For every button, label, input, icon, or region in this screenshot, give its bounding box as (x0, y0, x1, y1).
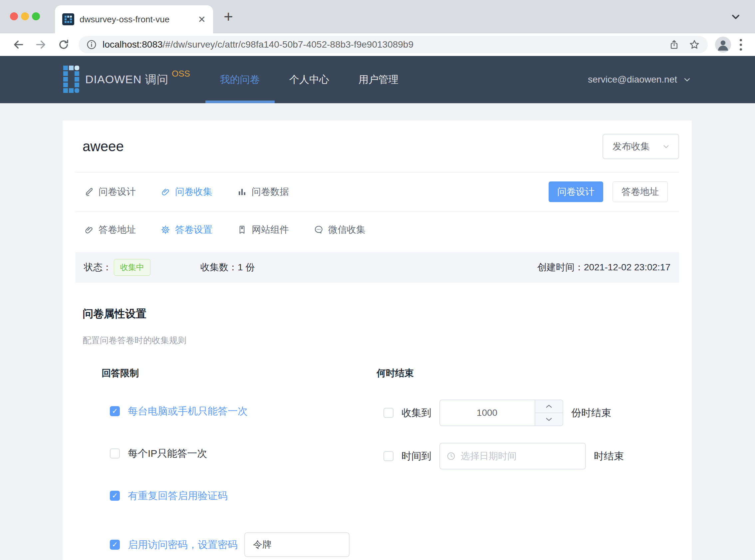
chevron-up-icon (545, 404, 553, 408)
created-label: 创建时间： (537, 261, 584, 274)
reload-icon[interactable] (57, 38, 70, 51)
number-spinner (535, 400, 563, 425)
quota-label[interactable]: 收集到 (402, 406, 431, 420)
profile-avatar[interactable] (715, 37, 731, 53)
new-tab-button[interactable]: + (224, 7, 233, 26)
option-label[interactable]: 有重复回答启用验证码 (128, 489, 228, 503)
chevron-down-icon (545, 417, 553, 421)
tab-survey-collect[interactable]: 问卷收集 (160, 185, 212, 198)
gear-icon (160, 225, 170, 235)
password-checkbox[interactable]: ✓ (110, 540, 120, 550)
browser-tab[interactable]: dwsurvey-oss-front-vue ✕ (55, 5, 213, 33)
publish-select[interactable]: 发布收集 (603, 134, 679, 159)
link-icon (84, 225, 94, 235)
url-bar[interactable]: localhost:8083/#/dw/survey/c/attr/c98fa1… (79, 36, 708, 53)
answer-limit-heading: 回答限制 (102, 367, 376, 380)
option-label[interactable]: 启用访问密码，设置密码 (128, 538, 238, 552)
deadline-checkbox[interactable] (384, 451, 393, 461)
option-row-ip-once: 每个IP只能答一次 (110, 447, 376, 460)
check-icon: ✓ (112, 492, 118, 499)
bookmark-star-icon[interactable] (689, 39, 700, 51)
ip-once-checkbox[interactable] (110, 448, 120, 458)
survey-attr-settings: 问卷属性设置 配置问卷答卷时的收集规则 回答限制 ✓ 每台电脑或手机只能答一次 … (63, 283, 692, 558)
subtab-wechat-collect[interactable]: 微信收集 (313, 223, 366, 236)
increase-button[interactable] (535, 400, 563, 413)
url-path: /#/dw/survey/c/attr/c98fa140-50b7-4052-8… (163, 39, 413, 49)
quota-checkbox[interactable] (384, 408, 393, 418)
account-email: service@diaowen.net (588, 74, 677, 85)
count-value: 1 份 (238, 261, 255, 274)
option-label[interactable]: 每个IP只能答一次 (128, 447, 207, 460)
quota-suffix: 份时结束 (571, 406, 611, 420)
password-input[interactable] (244, 532, 349, 557)
tab-search-chevron-icon[interactable] (730, 11, 742, 23)
close-window-button[interactable] (10, 12, 18, 20)
survey-tabs: 问卷设计 问卷收集 问卷数据 问卷设计 答卷地址 (63, 173, 692, 211)
info-icon[interactable] (86, 39, 97, 50)
tab-survey-design[interactable]: 问卷设计 (84, 185, 136, 198)
answer-url-button[interactable]: 答卷地址 (613, 181, 668, 202)
title-row: aweee 发布收集 (63, 121, 692, 172)
subtab-label: 微信收集 (328, 223, 366, 236)
subtab-answer-url[interactable]: 答卷地址 (84, 223, 136, 236)
tab-favicon (62, 13, 74, 25)
survey-title: aweee (83, 139, 124, 155)
status-bar: 状态： 收集中 收集数： 1 份 创建时间： 2021-12-02 23:02:… (75, 252, 679, 283)
decrease-button[interactable] (535, 413, 563, 425)
deadline-label[interactable]: 时间到 (402, 449, 431, 463)
tab-label: 问卷收集 (175, 185, 212, 198)
chevron-down-icon (662, 142, 670, 151)
forward-icon[interactable] (35, 38, 47, 51)
tab-survey-data[interactable]: 问卷数据 (237, 185, 289, 198)
browser-menu-icon[interactable] (740, 39, 742, 51)
captcha-checkbox[interactable]: ✓ (110, 491, 120, 501)
bar-chart-icon (237, 187, 247, 197)
subtab-label: 答卷地址 (99, 223, 136, 236)
subtab-label: 答卷设置 (175, 223, 212, 236)
chevron-down-icon (682, 75, 692, 84)
status-label: 状态： (84, 261, 112, 274)
window-controls (10, 12, 40, 20)
survey-design-button[interactable]: 问卷设计 (549, 181, 603, 202)
option-row-device-once: ✓ 每台电脑或手机只能答一次 (110, 404, 376, 418)
url-text[interactable]: localhost:8083/#/dw/survey/c/attr/c98fa1… (103, 39, 660, 50)
app-navbar: DIAOWEN 调问 OSS 我的问卷 个人中心 用户管理 service@di… (0, 56, 755, 103)
created-value: 2021-12-02 23:02:17 (584, 262, 670, 273)
browser-toolbar: localhost:8083/#/dw/survey/c/attr/c98fa1… (0, 33, 755, 56)
survey-card: aweee 发布收集 问卷设计 问卷收集 问卷数据 (63, 121, 692, 560)
settings-subheading: 配置问卷答卷时的收集规则 (83, 335, 679, 346)
nav-item-profile[interactable]: 个人中心 (274, 56, 344, 103)
device-once-checkbox[interactable]: ✓ (110, 406, 120, 416)
option-row-captcha: ✓ 有重复回答启用验证码 (110, 489, 376, 502)
subtab-site-widget[interactable]: 网站组件 (237, 223, 289, 236)
clock-icon (446, 451, 456, 461)
tab-close-icon[interactable]: ✕ (198, 14, 206, 25)
deadline-suffix: 时结束 (594, 449, 624, 463)
account-menu[interactable]: service@diaowen.net (588, 74, 692, 85)
status-badge: 收集中 (114, 259, 150, 276)
option-row-deadline: 时间到 时结束 (384, 443, 679, 469)
diaowen-logo-icon (63, 65, 79, 94)
datetime-picker[interactable] (440, 443, 586, 469)
subtab-answer-settings[interactable]: 答卷设置 (160, 223, 212, 236)
datetime-input[interactable] (461, 451, 579, 461)
collect-subtabs: 答卷地址 答卷设置 网站组件 微信收集 (63, 212, 692, 248)
page-background: aweee 发布收集 问卷设计 问卷收集 问卷数据 (0, 103, 755, 560)
option-row-password: ✓ 启用访问密码，设置密码 (110, 532, 376, 558)
nav-item-my-surveys[interactable]: 我的问卷 (205, 56, 274, 103)
option-label[interactable]: 每台电脑或手机只能答一次 (128, 404, 248, 418)
back-icon[interactable] (12, 38, 25, 51)
brand[interactable]: DIAOWEN 调问 OSS (63, 65, 190, 94)
nav-item-user-management[interactable]: 用户管理 (344, 56, 413, 103)
check-icon: ✓ (112, 541, 118, 548)
tab-title: dwsurvey-oss-front-vue (80, 14, 195, 25)
brand-oss-badge: OSS (172, 68, 190, 79)
quota-number-input (440, 400, 563, 426)
tag-icon (237, 225, 247, 235)
main-nav: 我的问卷 个人中心 用户管理 (205, 56, 413, 103)
share-icon[interactable] (669, 39, 680, 50)
link-icon (160, 187, 170, 197)
maximize-window-button[interactable] (32, 12, 40, 20)
minimize-window-button[interactable] (21, 12, 29, 20)
tab-label: 问卷设计 (99, 185, 136, 198)
